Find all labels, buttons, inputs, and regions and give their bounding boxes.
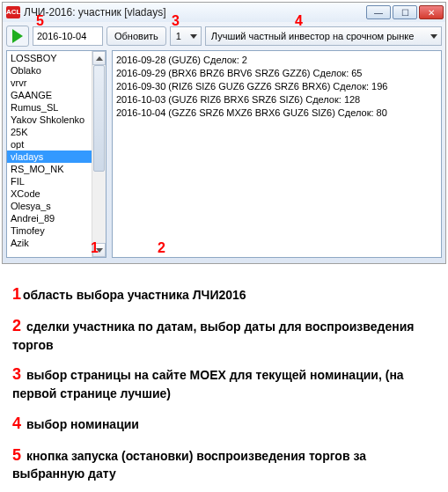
refresh-button[interactable]: Обновить (106, 26, 166, 46)
play-button[interactable] (6, 26, 29, 47)
scrollbar[interactable] (92, 51, 106, 257)
chevron-down-icon (96, 248, 103, 253)
chevron-down-icon (430, 34, 437, 39)
page-select[interactable]: 1 (170, 26, 202, 46)
date-input[interactable] (33, 26, 103, 46)
scroll-track[interactable] (92, 65, 106, 243)
app-window: ACL ЛЧИ-2016: участник [vladays] — ☐ ✕ О… (2, 2, 446, 264)
close-button[interactable]: ✕ (419, 5, 444, 19)
scroll-down-button[interactable] (92, 243, 106, 257)
window-title: ЛЧИ-2016: участник [vladays] (24, 6, 366, 18)
play-icon (12, 29, 23, 43)
page-select-value: 1 (176, 31, 181, 41)
deal-line[interactable]: 2016-09-29 (BRX6 BRZ6 BRV6 SRZ6 GZZ6) Сд… (116, 67, 437, 80)
deal-line[interactable]: 2016-10-03 (GUZ6 RIZ6 BRX6 SRZ6 SIZ6) Сд… (116, 93, 437, 106)
maximize-button[interactable]: ☐ (393, 5, 417, 19)
legend: 1область выбора участника ЛЧИ2016 2 сдел… (0, 266, 448, 492)
legend-item-5: 5 кнопка запуска (остановки) воспроизвед… (12, 444, 436, 482)
deal-line[interactable]: 2016-10-04 (GZZ6 SRZ6 MXZ6 BRX6 GUZ6 SIZ… (116, 106, 437, 120)
scroll-thumb[interactable] (93, 65, 105, 172)
minimize-button[interactable]: — (366, 5, 391, 19)
app-icon: ACL (6, 6, 20, 18)
nomination-select-value: Лучший частный инвестор на срочном рынке (211, 31, 415, 41)
deals-panel[interactable]: 2016-09-28 (GUZ6) Сделок: 22016-09-29 (B… (112, 50, 442, 258)
legend-item-2: 2 сделки участника по датам, выбор даты … (12, 315, 436, 353)
window-controls: — ☐ ✕ (366, 5, 444, 19)
participant-list[interactable]: LOSSBOYOblakovrvrGAANGERumus_SLYakov Shk… (6, 50, 106, 258)
chevron-up-icon (96, 56, 103, 61)
legend-item-3: 3 выбор страницы на сайте MOEX для текущ… (12, 363, 436, 401)
deal-line[interactable]: 2016-09-30 (RIZ6 SIZ6 GUZ6 GZZ6 SRZ6 BRX… (116, 80, 437, 93)
nomination-select[interactable]: Лучший частный инвестор на срочном рынке (205, 26, 442, 46)
deal-line[interactable]: 2016-09-28 (GUZ6) Сделок: 2 (116, 54, 437, 67)
legend-item-4: 4 выбор номинации (12, 413, 436, 434)
titlebar[interactable]: ACL ЛЧИ-2016: участник [vladays] — ☐ ✕ (3, 3, 445, 22)
legend-item-1: 1область выбора участника ЛЧИ2016 (12, 283, 436, 305)
scroll-up-button[interactable] (92, 51, 106, 65)
chevron-down-icon (190, 34, 197, 39)
toolbar: Обновить 1 Лучший частный инвестор на ср… (3, 22, 445, 50)
content-area: LOSSBOYOblakovrvrGAANGERumus_SLYakov Shk… (3, 50, 445, 263)
